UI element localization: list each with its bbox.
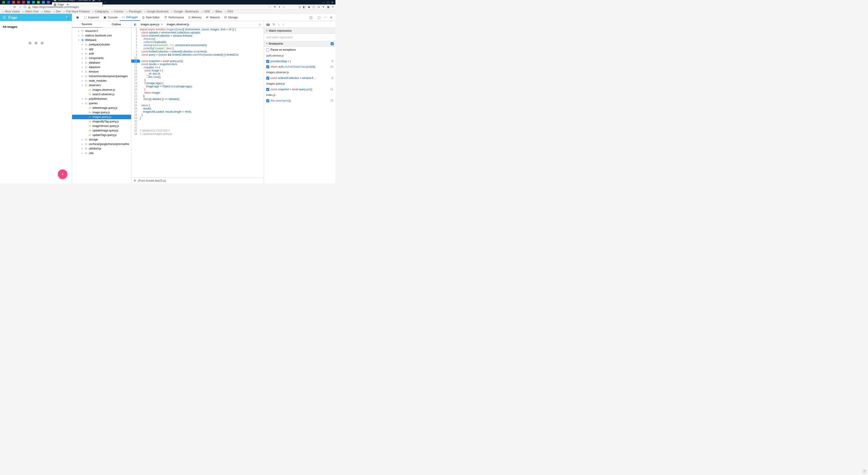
ext4-icon[interactable]: G: [318, 5, 320, 8]
source-folder[interactable]: ▾🗀queries: [72, 101, 131, 106]
devtools-tab-style-editor[interactable]: {}Style Editor: [140, 14, 162, 21]
source-folder[interactable]: ▸🗀app: [72, 47, 131, 51]
devtools-tab-performance[interactable]: ⏱Performance: [162, 14, 186, 21]
sidebar-icon[interactable]: ▣: [327, 5, 330, 8]
close-button[interactable]: ✕: [331, 1, 334, 4]
ext5-icon[interactable]: ✦: [322, 5, 324, 8]
devtools-tab-network[interactable]: ⇄Network: [204, 14, 222, 21]
bookmark-item[interactable]: ▭ Google - Bookmarks: [171, 10, 199, 13]
source-folder[interactable]: ▸🗀polyfill/dist/esm: [72, 96, 131, 101]
breakpoint-file-header[interactable]: images.query.js: [264, 81, 336, 87]
bookmark-item[interactable]: ▭ Full-Stack Firebase: [63, 10, 90, 13]
pause-on-exceptions-row[interactable]: Pause on exceptions: [264, 47, 336, 53]
source-folder[interactable]: ▸🗀resource://: [72, 29, 131, 33]
breakpoint-checkbox[interactable]: [266, 60, 269, 63]
ext2-icon[interactable]: ◆: [308, 5, 310, 8]
step-over-button[interactable]: ↻: [273, 23, 275, 26]
source-folder[interactable]: ▸🗀database: [72, 60, 131, 65]
source-file[interactable]: JSimages.observer.js: [72, 88, 131, 92]
info-icon[interactable]: ⓘ: [24, 5, 26, 9]
bookmark-item[interactable]: ▭ Inbox: [41, 10, 51, 13]
breakpoint-item[interactable]: return auth.onAuthStateChanged(cb);13: [264, 64, 336, 69]
code-editor[interactable]: 1export async function imagesQuery({ env…: [131, 28, 264, 178]
add-fab-button[interactable]: +: [58, 170, 67, 179]
bookmark-item[interactable]: ▭ GDE: [201, 10, 210, 13]
tab-outline[interactable]: Outline: [102, 21, 131, 28]
breakpoint-item[interactable]: const snapshot = await query.get();11: [264, 87, 336, 92]
devtools-tab-inspector[interactable]: ⬚Inspector: [82, 14, 101, 21]
source-folder[interactable]: ▸🗀components: [72, 56, 131, 60]
search-icon[interactable]: 🔍: [65, 16, 69, 19]
breakpoint-checkbox[interactable]: [266, 88, 269, 91]
source-file[interactable]: JSupdateImage.query.js: [72, 128, 131, 133]
devtools-tab-storage[interactable]: ⛁Storage: [222, 14, 240, 21]
library-icon[interactable]: ⎙: [299, 5, 301, 8]
breakpoint-file-header[interactable]: index.js: [264, 92, 336, 98]
source-folder[interactable]: ▸🗀home/chris/dev/quiver/packages: [72, 74, 131, 79]
pause-button[interactable]: ▮▮: [266, 23, 270, 26]
file-tab[interactable]: images.query.js ✕: [139, 22, 165, 27]
breakpoint-file-header[interactable]: auth.service.js: [264, 53, 336, 59]
devtools-tab-debugger[interactable]: ⬭Debugger: [120, 14, 140, 21]
devtools-close-button[interactable]: ✕: [329, 16, 334, 19]
pause-on-exceptions-checkbox[interactable]: [266, 49, 269, 51]
bookmark-item[interactable]: ▭ Most Visited: [2, 10, 20, 13]
source-file[interactable]: JSupdateTags.query.js: [72, 133, 131, 137]
more-icon[interactable]: ⋯: [268, 5, 271, 8]
add-watch-expression-input[interactable]: Add watch expression: [264, 34, 336, 41]
reader-icon[interactable]: 👁: [274, 5, 276, 8]
source-folder[interactable]: ▸🗀(webpack)/buildin: [72, 42, 131, 47]
new-tab-button[interactable]: +: [103, 0, 107, 4]
source-folder[interactable]: ▸🗀storage: [72, 137, 131, 142]
dock-button[interactable]: ▢: [316, 16, 322, 19]
ext1-icon[interactable]: ◧: [303, 5, 306, 8]
ext3-icon[interactable]: ⓘ: [312, 5, 315, 9]
watch-expressions-header[interactable]: ▼Watch expressions: [264, 28, 336, 34]
back-button[interactable]: ←: [2, 5, 6, 9]
source-folder[interactable]: ▸🗀datastore: [72, 65, 131, 69]
maximize-button[interactable]: ▢: [327, 1, 329, 4]
source-folder[interactable]: ▸🗀utils: [72, 151, 131, 155]
source-folder[interactable]: ▾⬢Webpack: [72, 38, 131, 42]
bookmark-item[interactable]: ▭ Glitch Cmd: [22, 10, 38, 13]
source-folder[interactable]: ▸🗀node_modules: [72, 79, 131, 83]
run-to-here-icon[interactable]: ▷: [258, 23, 262, 26]
source-file[interactable]: JSimage.query.js: [72, 110, 131, 115]
menu-icon[interactable]: ☰: [3, 16, 6, 20]
breakpoint-checkbox[interactable]: [266, 99, 269, 102]
home-button[interactable]: ⌂: [18, 5, 22, 9]
bookmark-item[interactable]: ▭ Bikes: [212, 10, 222, 13]
pocket-icon[interactable]: ▾: [279, 5, 280, 8]
step-in-button[interactable]: ↓: [278, 23, 280, 26]
toggle-sources-tree-icon[interactable]: ◧: [133, 23, 138, 26]
breakpoint-item[interactable]: this.clearInputs();73: [264, 98, 336, 103]
minimize-button[interactable]: —: [322, 1, 325, 4]
bookmark-item[interactable]: ▭ Comms: [111, 10, 123, 13]
bookmark-item[interactable]: ▭ Dev: [53, 10, 61, 13]
address-input[interactable]: ⓘ 🔒 https://fogo.howtofirebase.com/image…: [24, 5, 267, 9]
source-file[interactable]: JSimagesByTag.query.js: [72, 119, 131, 124]
breakpoint-file-header[interactable]: images.observer.js: [264, 69, 336, 75]
source-folder[interactable]: ▸🗀usr/local/google/home/jshcrowthe: [72, 142, 131, 146]
source-folder[interactable]: ▾🗀observers: [72, 83, 131, 88]
source-folder[interactable]: ▸🗀firestore: [72, 69, 131, 74]
devtools-tab-memory[interactable]: ⎙Memory: [186, 14, 204, 21]
source-tree[interactable]: ▸🗀resource://▸🗀staticxx.facebook.com▾⬢We…: [72, 28, 131, 183]
bookmark-item[interactable]: ▭ Google Bookmark: [144, 10, 168, 13]
breakpoints-header[interactable]: ▼Breakpoints: [264, 41, 336, 47]
breakpoint-checkbox[interactable]: [266, 65, 269, 68]
star-icon[interactable]: ☆: [283, 5, 285, 8]
breakpoint-checkbox[interactable]: [266, 77, 269, 80]
source-folder[interactable]: ▸🗀auth: [72, 51, 131, 56]
source-file[interactable]: JSdeleteImage.query.js: [72, 106, 131, 110]
bookmark-item[interactable]: ▭ Pluralsight: [126, 10, 142, 13]
forward-button[interactable]: →: [7, 5, 11, 9]
file-tab[interactable]: images.observer.js: [165, 22, 191, 27]
breakpoint-item[interactable]: providersMap = {5: [264, 59, 336, 64]
reload-button[interactable]: ⟳: [13, 5, 17, 9]
source-folder[interactable]: ▸🗀util/dist/cjs: [72, 146, 131, 151]
bookmark-item[interactable]: ▭ RSS: [224, 10, 233, 13]
browser-tab[interactable]: Summer Days - YouTube M🔊✕: [52, 0, 103, 2]
devtools-tab-console[interactable]: ▣Console: [101, 14, 120, 21]
responsive-mode-button[interactable]: ▣: [74, 14, 81, 20]
